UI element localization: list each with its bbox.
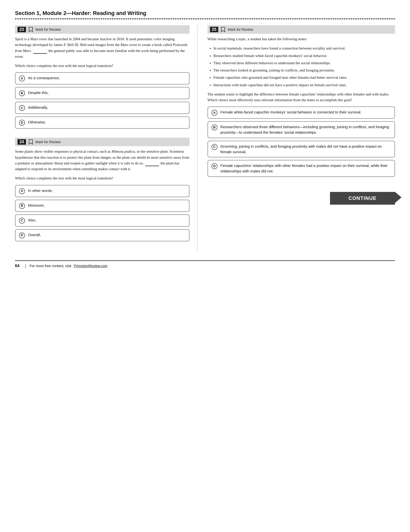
left-column: 23 Mark for Review Spirit is a Mars rove… <box>15 25 198 250</box>
choice-letter-23-c: C <box>19 105 25 111</box>
question-24-passage: Some plants show visible responses to ph… <box>15 149 190 172</box>
choice-text-24-b: Moreover, <box>28 203 45 208</box>
choice-text-25-c: Grooming, joining in conflicts, and fora… <box>220 144 391 155</box>
continue-label: CONTINUE <box>348 195 376 201</box>
choice-text-23-d: Otherwise, <box>28 119 46 125</box>
question-24-header: 24 Mark for Review <box>15 138 190 146</box>
content-columns: 23 Mark for Review Spirit is a Mars rove… <box>15 25 395 250</box>
choice-text-25-a: Female white-faced capuchin monkeys' soc… <box>220 109 362 115</box>
mark-review-24-label: Mark for Review <box>36 140 61 144</box>
choice-text-24-a: In other words, <box>28 188 53 193</box>
choice-letter-24-b: B <box>19 203 25 209</box>
choice-text-23-b: Despite this, <box>28 90 49 95</box>
choice-24-d[interactable]: D Overall, <box>15 229 190 241</box>
footer-princeton-link[interactable]: PrincetonReview.com <box>74 264 108 268</box>
page-footer: 64 | For more free content, visit Prince… <box>15 260 395 269</box>
choice-letter-24-c: C <box>19 218 25 224</box>
page-header: Section 1, Module 2—Harder: Reading and … <box>15 10 395 19</box>
note-25-3: They observed three different behaviors … <box>214 60 395 66</box>
choice-letter-25-a: A <box>212 110 218 116</box>
choice-23-d[interactable]: D Otherwise, <box>15 116 190 129</box>
choice-24-b[interactable]: B Moreover, <box>15 200 190 212</box>
continue-button[interactable]: CONTINUE <box>330 192 395 205</box>
question-23-passage: Spirit is a Mars rover that launched in … <box>15 36 190 59</box>
question-25-block: 25 Mark for Review While researching a t… <box>208 25 395 205</box>
question-25-header: 25 Mark for Review <box>208 25 395 34</box>
choice-23-c[interactable]: C Additionally, <box>15 102 190 114</box>
choice-letter-23-b: B <box>19 90 25 96</box>
choice-24-c[interactable]: C Also, <box>15 214 190 227</box>
choice-letter-24-a: A <box>19 188 25 194</box>
mark-review-25-label: Mark for Review <box>228 27 253 31</box>
choice-letter-24-d: D <box>19 232 25 238</box>
question-25-prompt: The student wants to highlight the diffe… <box>208 91 395 103</box>
choice-text-23-c: Additionally, <box>28 105 48 110</box>
question-23-block: 23 Mark for Review Spirit is a Mars rove… <box>15 25 190 129</box>
choice-letter-25-b: B <box>212 124 218 130</box>
footer-separator: | <box>25 263 26 269</box>
choice-25-c[interactable]: C Grooming, joining in conflicts, and fo… <box>208 141 395 158</box>
choice-text-24-d: Overall, <box>28 232 41 238</box>
question-24-prompt: Which choice completes the text with the… <box>15 175 190 181</box>
continue-arrow-icon <box>395 192 402 203</box>
choice-letter-23-d: D <box>19 120 25 126</box>
question-25-number: 25 <box>210 27 218 32</box>
note-25-1: In social mammals, researchers have foun… <box>214 45 395 51</box>
choice-text-24-c: Also, <box>28 217 36 223</box>
note-25-6: Interactions with male capuchins did not… <box>214 82 395 88</box>
note-25-4: The researchers looked at grooming, join… <box>214 67 395 73</box>
question-25-intro: While researching a topic, a student has… <box>208 36 395 42</box>
question-25-choices: A Female white-faced capuchin monkeys' s… <box>208 106 395 177</box>
right-column: 25 Mark for Review While researching a t… <box>198 25 395 250</box>
question-23-header: 23 Mark for Review <box>15 25 190 34</box>
question-23-number: 23 <box>18 27 26 32</box>
note-25-2: Researchers studied female white-faced c… <box>214 53 395 59</box>
bookmark-icon-23[interactable] <box>28 27 33 32</box>
bookmark-icon-25[interactable] <box>221 27 225 32</box>
question-24-choices: A In other words, B Moreover, C Also, D … <box>15 185 190 241</box>
choice-letter-25-c: C <box>212 144 218 150</box>
choice-24-a[interactable]: A In other words, <box>15 185 190 197</box>
note-25-5: Female capuchins who groomed and foraged… <box>214 75 395 80</box>
choice-text-23-a: As a consequence, <box>28 75 60 81</box>
mark-review-23-label: Mark for Review <box>36 27 61 31</box>
choice-text-25-b: Researchers observed three different beh… <box>220 124 391 135</box>
question-25-notes: In social mammals, researchers have foun… <box>208 45 395 88</box>
footer-free-content: For more free content, visit <box>30 264 71 268</box>
section-title: Section 1, Module 2—Harder: Reading and … <box>15 10 395 16</box>
choice-letter-23-a: A <box>19 75 25 81</box>
choice-25-a[interactable]: A Female white-faced capuchin monkeys' s… <box>208 106 395 119</box>
question-23-choices: A As a consequence, B Despite this, C Ad… <box>15 72 190 129</box>
choice-letter-25-d: D <box>212 163 218 169</box>
question-23-prompt: Which choice completes the text with the… <box>15 63 190 69</box>
question-24-block: 24 Mark for Review Some plants show visi… <box>15 138 190 241</box>
bookmark-icon-24[interactable] <box>28 139 33 145</box>
choice-25-d[interactable]: D Female capuchins' relationships with o… <box>208 160 395 177</box>
choice-text-25-d: Female capuchins' relationships with oth… <box>220 163 391 174</box>
choice-23-b[interactable]: B Despite this, <box>15 87 190 99</box>
section-divider <box>15 18 395 19</box>
choice-23-a[interactable]: A As a consequence, <box>15 72 190 84</box>
choice-25-b[interactable]: B Researchers observed three different b… <box>208 121 395 138</box>
footer-page-number: 64 <box>15 264 20 268</box>
question-24-number: 24 <box>18 139 26 145</box>
